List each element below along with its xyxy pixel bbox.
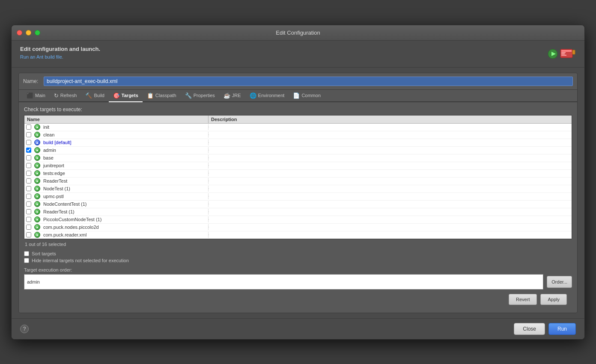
desc-compuck1 (209, 227, 572, 228)
target-icon-build: ▲ (34, 139, 40, 145)
tab-jre[interactable]: ☕ JRE (219, 90, 245, 102)
desc-readertest (209, 181, 572, 181)
checkbox-build[interactable] (26, 140, 31, 145)
check-base[interactable] (24, 155, 33, 161)
svg-rect-5 (561, 53, 565, 54)
tab-refresh-label: Refresh (60, 93, 77, 98)
check-build[interactable] (24, 139, 33, 145)
check-init[interactable] (24, 124, 33, 130)
revert-button[interactable]: Revert (509, 294, 537, 305)
check-admin[interactable] (24, 147, 33, 153)
jre-icon: ☕ (224, 92, 230, 99)
target-icon-testsedge: ● (34, 170, 40, 176)
checkbox-nodecontenttest[interactable] (26, 201, 31, 207)
execution-order-input[interactable] (24, 274, 543, 290)
icon-col-readertest1: ● (33, 209, 42, 215)
name-compuck1: com.puck.nodes.piccolo2d (42, 224, 208, 230)
header-link[interactable]: Run an Ant build file. (20, 54, 63, 59)
name-readertest1: ReaderTest (1) (42, 209, 208, 215)
tab-common[interactable]: 📄 Common (289, 90, 325, 102)
tab-environment[interactable]: 🌐 Environment (245, 90, 289, 102)
check-clean[interactable] (24, 132, 33, 138)
help-icon[interactable]: ? (20, 325, 29, 333)
target-icon-init: ● (34, 124, 40, 130)
apply-button[interactable]: Apply (540, 294, 567, 305)
close-window-button[interactable] (17, 30, 22, 36)
check-readertest1[interactable] (24, 209, 33, 215)
check-readertest[interactable] (24, 178, 33, 184)
name-admin: admin (42, 147, 208, 153)
checkbox-readertest[interactable] (26, 178, 31, 183)
checkbox-admin[interactable] (26, 148, 31, 153)
hide-internal-checkbox[interactable] (24, 258, 29, 263)
checkbox-upmcpstl[interactable] (26, 194, 31, 199)
properties-icon: 🔧 (185, 92, 192, 99)
check-compuck2[interactable] (24, 232, 33, 238)
table-row: ● com.puck.reader.xml (24, 231, 572, 239)
name-cell-build: ▲ build [default] (24, 139, 209, 145)
table-row: ● NodeContentTest (1) (24, 201, 572, 208)
tab-main[interactable]: ⬛ Main (22, 90, 50, 102)
checkbox-base[interactable] (26, 155, 31, 160)
checkbox-clean[interactable] (26, 132, 31, 137)
sort-targets-row: Sort targets (24, 251, 572, 256)
name-cell-readertest: ● ReaderTest (24, 178, 209, 184)
run-button[interactable]: Run (548, 323, 576, 335)
tab-environment-label: Environment (258, 93, 285, 98)
tab-classpath-label: Classpath (155, 93, 176, 98)
header-title: Edit configuration and launch. (20, 46, 100, 52)
maximize-window-button[interactable] (35, 30, 40, 36)
targets-table[interactable]: Name Description ● init ● (24, 115, 572, 239)
name-cell-compuck2: ● com.puck.reader.xml (24, 232, 209, 238)
check-junitreport[interactable] (24, 163, 33, 169)
name-input[interactable] (44, 77, 573, 86)
target-icon-junitreport: ● (34, 163, 40, 169)
title-bar: Edit Configuration (12, 25, 584, 41)
check-compuck1[interactable] (24, 224, 33, 230)
name-cell-testsedge: ● tests:edge (24, 170, 209, 176)
check-piccolo[interactable] (24, 216, 33, 222)
table-row: ● NodeTest (1) (24, 185, 572, 193)
svg-rect-3 (561, 50, 572, 52)
tab-main-label: Main (35, 93, 45, 98)
sort-targets-label: Sort targets (32, 251, 56, 256)
sort-targets-checkbox[interactable] (24, 251, 29, 256)
name-cell-admin: ● admin (24, 147, 209, 153)
tab-targets[interactable]: 🎯 Targets (109, 90, 143, 102)
checkbox-piccolo[interactable] (26, 217, 31, 222)
execution-order-section: Target execution order: Order... (24, 267, 572, 290)
header-info: Edit configuration and launch. Run an An… (20, 46, 100, 60)
desc-readertest1 (209, 211, 572, 212)
desc-compuck2 (209, 234, 572, 235)
order-button[interactable]: Order... (547, 276, 572, 288)
check-nodetest1[interactable] (24, 186, 33, 192)
checkbox-compuck2[interactable] (26, 232, 31, 237)
main-window: Edit Configuration Edit configuration an… (11, 25, 585, 340)
header-icons (548, 46, 576, 62)
check-testsedge[interactable] (24, 170, 33, 176)
minimize-window-button[interactable] (26, 30, 31, 36)
tab-classpath[interactable]: 📋 Classpath (143, 90, 181, 102)
tab-properties[interactable]: 🔧 Properties (181, 90, 219, 102)
footer-buttons: Close Run (514, 323, 576, 335)
checkbox-junitreport[interactable] (26, 163, 31, 168)
checkbox-readertest1[interactable] (26, 209, 31, 214)
refresh-icon: ↻ (54, 92, 59, 99)
name-cell-base: ● base (24, 155, 209, 161)
checkbox-compuck1[interactable] (26, 225, 31, 230)
options-row: Sort targets Hide internal targets not s… (24, 251, 572, 263)
checkbox-init[interactable] (26, 124, 31, 130)
checkbox-nodetest1[interactable] (26, 186, 31, 191)
close-button[interactable]: Close (514, 323, 545, 335)
check-upmcpstl[interactable] (24, 193, 33, 199)
tab-build[interactable]: 🔨 Build (81, 90, 108, 102)
checkbox-testsedge[interactable] (26, 171, 31, 176)
execution-order-label: Target execution order: (24, 267, 572, 272)
table-row: ● upmc-pstl (24, 193, 572, 201)
desc-build (209, 142, 572, 143)
environment-icon: 🌐 (250, 92, 256, 99)
tab-refresh[interactable]: ↻ Refresh (50, 90, 81, 102)
check-nodecontenttest[interactable] (24, 201, 33, 207)
desc-nodecontenttest (209, 204, 572, 204)
name-cell-compuck1: ● com.puck.nodes.piccolo2d (24, 224, 209, 230)
